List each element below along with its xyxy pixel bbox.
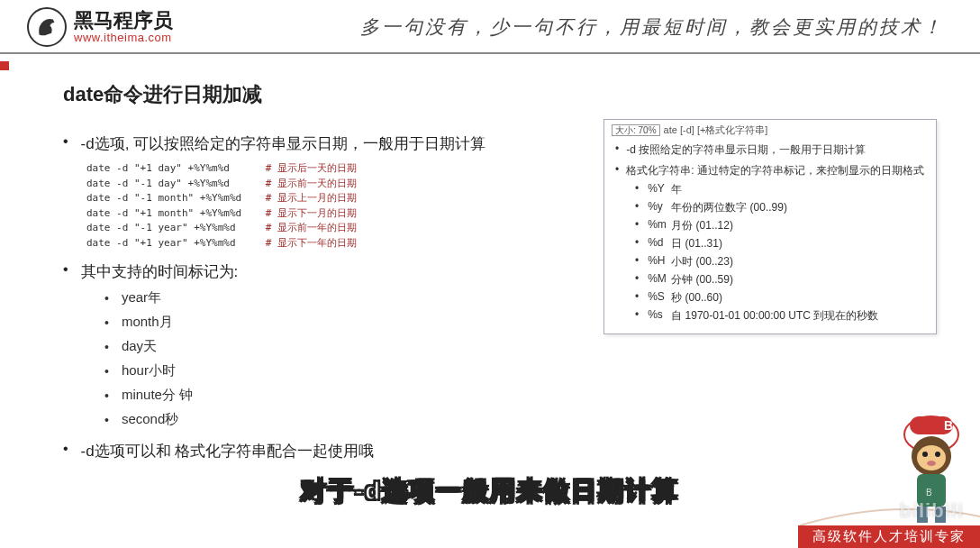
watermark: bilibili xyxy=(899,499,964,523)
syntax-text: ate [-d] [+格式化字符串] xyxy=(664,124,768,135)
fmt-item: %m月份 (01..12) xyxy=(635,218,929,233)
ref-line: 格式化字符串: 通过特定的字符串标记，来控制显示的日期格式 xyxy=(612,163,929,178)
fmt-item: %d日 (01..31) xyxy=(635,236,929,251)
fmt-item: %s自 1970-01-01 00:00:00 UTC 到现在的秒数 xyxy=(635,308,929,324)
fmt-item: %S秒 (00..60) xyxy=(635,290,929,306)
fmt-item: %y年份的两位数字 (00..99) xyxy=(635,200,929,215)
fmt-item: %M分钟 (00..59) xyxy=(635,272,929,288)
unit-item: day天 xyxy=(104,338,944,355)
svg-text:B: B xyxy=(944,418,953,433)
page-title: date命令进行日期加减 xyxy=(63,81,944,108)
fmt-item: %H小时 (00..23) xyxy=(635,254,929,269)
svg-point-7 xyxy=(927,461,936,466)
slogan: 多一句没有，少一句不行，用最短时间，教会更实用的技术！ xyxy=(360,14,944,40)
reference-panel: 大小: 70%ate [-d] [+格式化字符串] -d 按照给定的字符串显示日… xyxy=(603,119,937,334)
svg-point-4 xyxy=(917,445,946,470)
ref-line: -d 按照给定的字符串显示日期，一般用于日期计算 xyxy=(612,142,929,158)
unit-item: minute分 钟 xyxy=(104,387,944,404)
logo: 黑马程序员 www.itheima.com xyxy=(27,7,173,47)
zoom-label: 大小: 70% xyxy=(612,124,660,136)
logo-url: www.itheima.com xyxy=(74,32,173,44)
footer-tag: 高级软件人才培训专家 xyxy=(798,525,980,548)
horse-icon xyxy=(27,7,67,47)
logo-title: 黑马程序员 xyxy=(74,10,173,32)
svg-text:B: B xyxy=(926,488,932,498)
unit-item: second秒 xyxy=(104,411,944,428)
header: 黑马程序员 www.itheima.com 多一句没有，少一句不行，用最短时间，… xyxy=(0,0,980,54)
video-subtitle: 对于-d选项一般用来做日期计算 xyxy=(301,474,679,508)
svg-point-6 xyxy=(935,452,940,457)
bullet-combine: -d选项可以和 格式化字符串配合一起使用哦 xyxy=(63,441,944,461)
accent-bar xyxy=(0,61,9,70)
ref-header: 大小: 70%ate [-d] [+格式化字符串] xyxy=(612,123,929,137)
fmt-item: %Y年 xyxy=(635,182,929,197)
format-list: %Y年 %y年份的两位数字 (00..99) %m月份 (01..12) %d日… xyxy=(635,182,929,324)
svg-point-5 xyxy=(922,452,928,457)
unit-item: hour小时 xyxy=(104,362,944,379)
